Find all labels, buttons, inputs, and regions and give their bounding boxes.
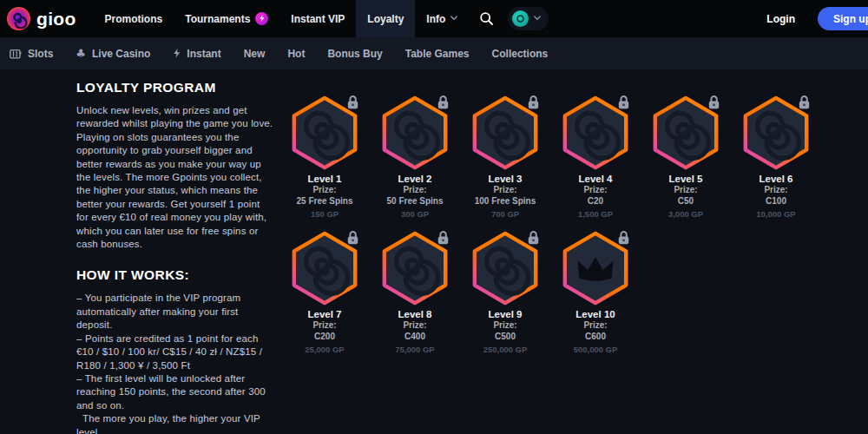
subnav-item-live-casino[interactable]: ♣Live Casino (76, 48, 150, 60)
subnav-item-label: Instant (187, 48, 220, 60)
level-name: Level 2 (398, 174, 432, 184)
prize-label: Prize: (403, 185, 426, 195)
topnav-item-label: Info (426, 13, 445, 25)
levels-grid: Level 1Prize:25 Free Spins150 GPLevel 2P… (279, 95, 821, 354)
subnav-item-label: Live Casino (92, 48, 150, 60)
level-card: Level 9Prize:C500250,000 GP (460, 230, 550, 354)
how-it-works-item: – Points are credited as 1 point for eac… (76, 332, 274, 372)
level-name: Level 8 (398, 309, 432, 319)
level-name: Level 5 (669, 174, 703, 184)
gioo-logo-icon (7, 7, 30, 30)
level-name: Level 1 (308, 174, 342, 184)
level-name: Level 3 (489, 174, 523, 184)
subnav-item-label: New (244, 48, 266, 60)
signup-button[interactable]: Sign up (818, 7, 868, 30)
topnav-items: PromotionsTournamentsInstant VIPLoyaltyI… (94, 0, 470, 37)
level-card: Level 2Prize:50 Free Spins300 GP (370, 95, 460, 219)
prize-value: C100 (766, 196, 786, 207)
prize-label: Prize: (312, 185, 336, 195)
level-card: Level 6Prize:C10010,000 GP (731, 95, 821, 219)
lock-icon (527, 229, 540, 246)
lock-icon (346, 229, 359, 246)
chevron-down-icon (534, 16, 541, 23)
subnav-item-label: Table Games (405, 48, 470, 60)
prize-label: Prize: (583, 185, 607, 195)
level-card: Level 3Prize:100 Free Spins700 GP (460, 95, 550, 219)
level-badge (378, 230, 451, 306)
level-badge (378, 95, 451, 171)
lightning-icon (173, 48, 181, 59)
subnav-item-slots[interactable]: Slots (10, 48, 53, 60)
club-icon: ♣ (76, 48, 86, 59)
level-badge (559, 95, 632, 171)
topnav-item-loyalty[interactable]: Loyalty (356, 0, 415, 37)
how-it-works-title: HOW IT WORKS: (76, 267, 274, 283)
level-badge (740, 95, 812, 171)
lock-icon (707, 94, 720, 110)
lock-icon (437, 94, 450, 110)
gp-requirement: 700 GP (491, 209, 519, 219)
currency-avatar-icon (512, 10, 529, 27)
subnav-item-hot[interactable]: Hot (287, 48, 305, 60)
level-badge (469, 95, 542, 171)
topnav-item-label: Promotions (105, 13, 163, 25)
subnav-item-new[interactable]: New (244, 48, 266, 60)
brand-name: gioo (36, 9, 76, 30)
level-badge (559, 230, 632, 306)
subnav-item-instant[interactable]: Instant (173, 48, 220, 60)
locale-selector[interactable] (508, 7, 549, 30)
prize-value: C20 (588, 196, 603, 207)
gioo-logo[interactable]: gioo (7, 7, 76, 30)
topnav-item-promotions[interactable]: Promotions (94, 0, 174, 37)
lock-icon (527, 94, 540, 110)
topnav-item-label: Loyalty (367, 13, 404, 25)
gp-requirement: 500,000 GP (574, 345, 618, 354)
prize-value: C600 (585, 332, 606, 342)
topnav-item-instant-vip[interactable]: Instant VIP (279, 0, 356, 37)
level-badge (288, 230, 361, 306)
level-badge (469, 230, 542, 306)
level-card: Level 8Prize:C40075,000 GP (370, 230, 460, 354)
prize-value: 25 Free Spins (296, 196, 352, 207)
top-navbar: gioo PromotionsTournamentsInstant VIPLoy… (0, 0, 868, 37)
category-navbar: Slots♣Live CasinoInstantNewHotBonus BuyT… (0, 37, 868, 69)
lock-icon (437, 229, 450, 246)
search-icon (479, 11, 494, 26)
gp-requirement: 1,500 GP (578, 209, 613, 219)
login-button[interactable]: Login (766, 13, 795, 25)
gp-requirement: 75,000 GP (395, 345, 434, 354)
prize-value: C50 (678, 196, 694, 207)
level-card: Level 5Prize:C503,000 GP (641, 95, 731, 219)
gp-requirement: 150 GP (311, 209, 339, 219)
subnav-item-label: Slots (28, 48, 53, 60)
level-name: Level 10 (575, 309, 615, 319)
level-card: Level 4Prize:C201,500 GP (550, 95, 641, 219)
topnav-item-label: Instant VIP (291, 13, 345, 25)
loyalty-text-column: LOYALTY PROGRAM Unlock new levels, win p… (76, 80, 274, 434)
lock-icon (617, 94, 630, 110)
prize-label: Prize: (312, 320, 336, 331)
lock-icon (798, 94, 811, 110)
search-button[interactable] (474, 6, 499, 31)
level-badge (288, 95, 361, 171)
auth-area: Login Sign up (766, 7, 868, 30)
gp-requirement: 300 GP (401, 209, 429, 219)
level-badge (649, 95, 722, 171)
how-it-works-item: The more you play, the higher your VIP l… (76, 412, 274, 434)
level-name: Level 4 (579, 174, 613, 184)
subnav-item-collections[interactable]: Collections (492, 48, 549, 60)
how-it-works-item: – The first level will be unlocked after… (76, 372, 274, 412)
tournaments-badge (255, 12, 268, 25)
topnav-item-label: Tournaments (185, 13, 250, 25)
topnav-item-info[interactable]: Info (415, 0, 469, 37)
prize-label: Prize: (583, 320, 607, 331)
subnav-item-bonus-buy[interactable]: Bonus Buy (327, 48, 382, 60)
page-title: LOYALTY PROGRAM (76, 80, 274, 95)
slots-icon (10, 49, 22, 59)
prize-label: Prize: (764, 185, 787, 195)
main-content: LOYALTY PROGRAM Unlock new levels, win p… (0, 69, 868, 434)
subnav-item-table-games[interactable]: Table Games (405, 48, 470, 60)
topnav-item-tournaments[interactable]: Tournaments (174, 0, 279, 37)
level-name: Level 9 (489, 309, 523, 319)
gp-requirement: 10,000 GP (756, 209, 795, 219)
